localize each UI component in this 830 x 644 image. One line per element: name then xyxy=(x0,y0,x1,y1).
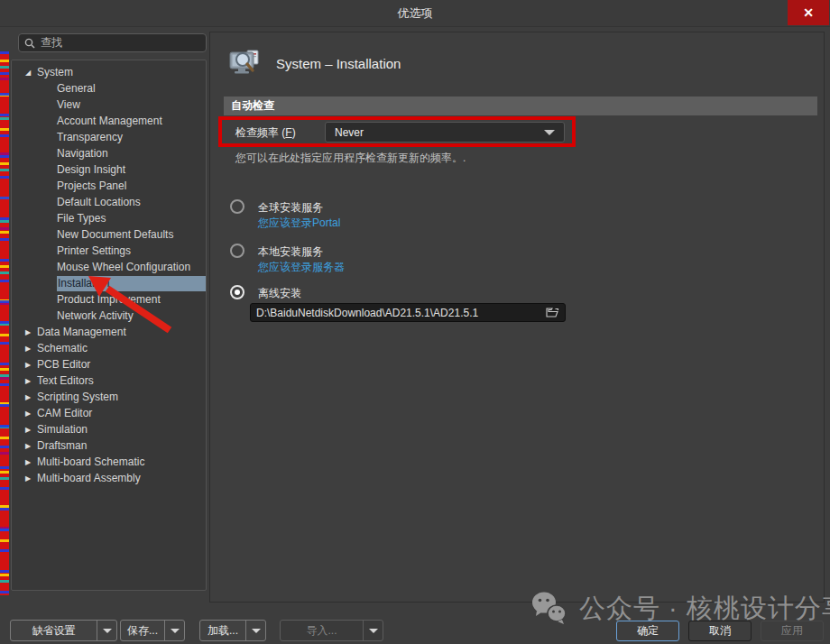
local-install-service-label: 本地安装服务 xyxy=(258,244,323,260)
sidebar-item-design-insight[interactable]: Design Insight xyxy=(12,161,206,178)
check-frequency-dropdown[interactable]: Never xyxy=(325,122,565,143)
chevron-down-icon xyxy=(252,629,261,633)
sidebar-item-multi-board-schematic[interactable]: ▶Multi-board Schematic xyxy=(12,454,206,470)
sidebar-item-general[interactable]: General xyxy=(12,80,206,97)
load-button[interactable]: 加载... xyxy=(199,620,266,641)
dropdown-value: Never xyxy=(335,126,544,139)
sidebar-item-scripting-system[interactable]: ▶Scripting System xyxy=(12,389,206,405)
search-placeholder: 查找 xyxy=(41,35,62,51)
browse-folder-icon xyxy=(546,308,559,318)
sidebar-item-text-editors[interactable]: ▶Text Editors xyxy=(12,373,206,389)
chevron-down-icon xyxy=(171,629,180,633)
page-title: System – Installation xyxy=(276,56,401,71)
radio-local-install-service[interactable] xyxy=(230,244,244,258)
chevron-down-icon xyxy=(544,130,555,135)
close-icon: ✕ xyxy=(803,5,814,20)
defaults-dropdown-arrow[interactable] xyxy=(97,621,116,640)
sidebar-item-pcb-editor[interactable]: ▶PCB Editor xyxy=(12,356,206,373)
preferences-tree: ◢ System General View Account Management… xyxy=(11,60,207,591)
sidebar-item-simulation[interactable]: ▶Simulation xyxy=(12,421,206,437)
sidebar-item-printer-settings[interactable]: Printer Settings xyxy=(12,243,206,259)
chevron-collapsed-icon: ▶ xyxy=(25,328,37,336)
sidebar-item-view[interactable]: View xyxy=(12,97,206,113)
sidebar-item-installation-selected[interactable]: Installation xyxy=(12,275,206,291)
sidebar-item-multi-board-assembly[interactable]: ▶Multi-board Assembly xyxy=(12,470,206,486)
search-icon xyxy=(24,38,35,49)
chevron-collapsed-icon: ▶ xyxy=(25,426,37,434)
sidebar-item-default-locations[interactable]: Default Locations xyxy=(12,194,206,210)
radio-offline-install[interactable] xyxy=(230,285,244,299)
chevron-collapsed-icon: ▶ xyxy=(25,458,37,466)
load-dropdown-arrow[interactable] xyxy=(245,621,265,640)
system-installation-icon xyxy=(229,49,263,78)
chevron-collapsed-icon: ▶ xyxy=(25,345,37,353)
chevron-down-icon xyxy=(369,629,378,633)
chevron-expanded-icon: ◢ xyxy=(25,69,37,77)
chevron-collapsed-icon: ▶ xyxy=(25,377,37,385)
preferences-dialog: 优选项 ✕ 查找 ◢ System General View Account M… xyxy=(0,0,830,644)
sidebar-item-product-improvement[interactable]: Product Improvement xyxy=(12,291,206,308)
sidebar-item-transparency[interactable]: Transparency xyxy=(12,129,206,145)
sidebar-item-system[interactable]: ◢ System xyxy=(12,64,206,80)
path-value: D:\BaiduNetdiskDownload\AD21.5.1\AD21.5.… xyxy=(256,307,540,319)
sidebar-item-data-management[interactable]: ▶Data Management xyxy=(12,324,206,340)
chevron-collapsed-icon: ▶ xyxy=(25,442,37,450)
global-install-service-label: 全球安装服务 xyxy=(258,200,323,216)
sidebar-item-mouse-wheel-configuration[interactable]: Mouse Wheel Configuration xyxy=(12,259,206,275)
page-header: System – Installation xyxy=(229,47,401,79)
close-button[interactable]: ✕ xyxy=(788,0,829,25)
save-button[interactable]: 保存... xyxy=(120,620,185,641)
chevron-down-icon xyxy=(103,629,112,633)
import-button: 导入... xyxy=(280,620,383,641)
frequency-hint-text: 您可以在此处指定应用程序检查新更新的频率。. xyxy=(235,151,466,166)
chevron-collapsed-icon: ▶ xyxy=(25,409,37,418)
window-title: 优选项 xyxy=(398,5,433,22)
sidebar-item-file-types[interactable]: File Types xyxy=(12,210,206,226)
title-bar[interactable]: 优选项 xyxy=(0,0,830,27)
sidebar-item-navigation[interactable]: Navigation xyxy=(12,145,206,161)
login-portal-link[interactable]: 您应该登录Portal xyxy=(258,216,340,231)
search-input[interactable]: 查找 xyxy=(18,33,207,52)
offline-install-label: 离线安装 xyxy=(258,286,301,301)
sidebar-item-network-activity[interactable]: Network Activity xyxy=(12,308,206,324)
radio-global-install-service[interactable] xyxy=(230,199,244,214)
sidebar-item-projects-panel[interactable]: Projects Panel xyxy=(12,178,206,194)
chevron-collapsed-icon: ▶ xyxy=(25,393,37,401)
check-frequency-label: 检查频率 (F) xyxy=(235,125,296,141)
sidebar-item-new-document-defaults[interactable]: New Document Defaults xyxy=(12,226,206,243)
sidebar-item-schematic[interactable]: ▶Schematic xyxy=(12,340,206,356)
chevron-collapsed-icon: ▶ xyxy=(25,474,37,483)
offline-install-path-input[interactable]: D:\BaiduNetdiskDownload\AD21.5.1\AD21.5.… xyxy=(250,303,566,322)
ok-button[interactable]: 确定 xyxy=(616,621,679,641)
save-dropdown-arrow[interactable] xyxy=(164,621,184,640)
defaults-button[interactable]: 缺省设置 xyxy=(10,620,117,641)
cancel-button[interactable]: 取消 xyxy=(688,621,752,641)
background-artifact-strip xyxy=(0,51,9,595)
chevron-collapsed-icon: ▶ xyxy=(25,361,37,369)
login-server-link[interactable]: 您应该登录服务器 xyxy=(258,260,345,275)
section-auto-check: 自动检查 xyxy=(224,97,817,115)
apply-button: 应用 xyxy=(761,621,824,641)
section-title: 自动检查 xyxy=(231,98,274,114)
import-dropdown-arrow xyxy=(363,621,383,640)
sidebar-item-cam-editor[interactable]: ▶CAM Editor xyxy=(12,405,206,421)
sidebar-item-draftsman[interactable]: ▶Draftsman xyxy=(12,437,206,454)
sidebar-item-account-management[interactable]: Account Management xyxy=(12,113,206,129)
